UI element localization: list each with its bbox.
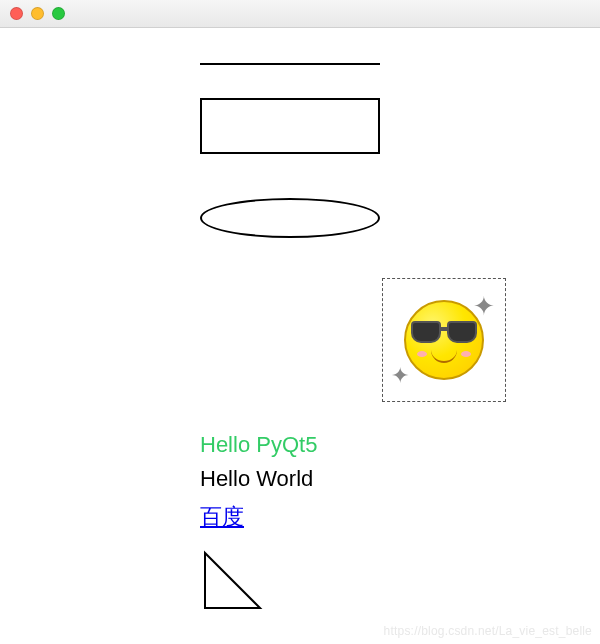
sparkle-icon: ✦ xyxy=(473,293,495,319)
window-titlebar xyxy=(0,0,600,28)
hyperlink-label[interactable]: 百度 xyxy=(200,502,244,532)
painted-ellipse xyxy=(200,198,380,238)
painted-triangle xyxy=(200,548,270,618)
window-minimize-button[interactable] xyxy=(31,7,44,20)
plain-text-label: Hello World xyxy=(200,466,313,492)
sparkle-icon: ✦ xyxy=(391,365,409,387)
watermark-text: https://blog.csdn.net/La_vie_est_belle xyxy=(384,624,592,638)
pixmap-frame: ✦ ✦ xyxy=(382,278,506,402)
cool-emoji-icon: ✦ ✦ xyxy=(399,295,489,385)
painted-rectangle xyxy=(200,98,380,154)
window-close-button[interactable] xyxy=(10,7,23,20)
painted-line xyxy=(200,63,380,65)
window-maximize-button[interactable] xyxy=(52,7,65,20)
colored-text-label: Hello PyQt5 xyxy=(200,432,317,458)
drawing-canvas: ✦ ✦ Hello PyQt5 Hello World 百度 https://b… xyxy=(0,28,600,644)
